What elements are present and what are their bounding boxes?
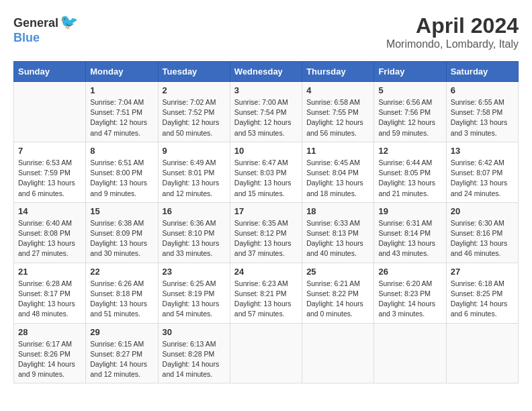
logo: General🐦 Blue [13, 13, 78, 45]
calendar-week-row: 14Sunrise: 6:40 AMSunset: 8:08 PMDayligh… [14, 202, 519, 263]
calendar-cell: 7Sunrise: 6:53 AMSunset: 7:59 PMDaylight… [14, 142, 86, 202]
day-info: Sunrise: 6:33 AMSunset: 8:13 PMDaylight:… [306, 218, 369, 259]
day-number: 29 [90, 327, 153, 337]
day-info: Sunrise: 6:28 AMSunset: 8:17 PMDaylight:… [18, 279, 81, 320]
day-number: 14 [18, 206, 81, 216]
day-info: Sunrise: 6:55 AMSunset: 7:58 PMDaylight:… [451, 97, 514, 138]
day-info: Sunrise: 6:13 AMSunset: 8:28 PMDaylight:… [163, 339, 226, 380]
day-info: Sunrise: 6:53 AMSunset: 7:59 PMDaylight:… [18, 158, 81, 199]
day-number: 13 [451, 146, 514, 156]
calendar-cell [14, 82, 86, 142]
calendar-cell: 24Sunrise: 6:23 AMSunset: 8:21 PMDayligh… [230, 263, 302, 323]
weekday-header-row: SundayMondayTuesdayWednesdayThursdayFrid… [14, 62, 519, 82]
calendar-cell [302, 323, 374, 383]
calendar-cell: 16Sunrise: 6:36 AMSunset: 8:10 PMDayligh… [158, 202, 230, 263]
day-number: 30 [163, 327, 226, 337]
calendar-cell: 21Sunrise: 6:28 AMSunset: 8:17 PMDayligh… [14, 263, 86, 323]
calendar-cell: 30Sunrise: 6:13 AMSunset: 8:28 PMDayligh… [158, 323, 230, 383]
day-info: Sunrise: 6:47 AMSunset: 8:03 PMDaylight:… [234, 158, 298, 199]
calendar-cell: 6Sunrise: 6:55 AMSunset: 7:58 PMDaylight… [446, 82, 518, 142]
day-number: 26 [378, 267, 441, 277]
calendar-cell: 1Sunrise: 7:04 AMSunset: 7:51 PMDaylight… [86, 82, 158, 142]
day-info: Sunrise: 6:17 AMSunset: 8:26 PMDaylight:… [18, 339, 81, 380]
title-area: April 2024 Morimondo, Lombardy, Italy [386, 13, 519, 50]
day-number: 22 [90, 267, 153, 277]
calendar-week-row: 21Sunrise: 6:28 AMSunset: 8:17 PMDayligh… [14, 263, 519, 323]
page-header: General🐦 Blue April 2024 Morimondo, Lomb… [13, 13, 519, 50]
day-info: Sunrise: 6:26 AMSunset: 8:18 PMDaylight:… [90, 279, 153, 320]
calendar-cell: 2Sunrise: 7:02 AMSunset: 7:52 PMDaylight… [158, 82, 230, 142]
day-info: Sunrise: 6:23 AMSunset: 8:21 PMDaylight:… [234, 279, 298, 320]
day-info: Sunrise: 6:25 AMSunset: 8:19 PMDaylight:… [163, 279, 226, 320]
calendar-cell: 29Sunrise: 6:15 AMSunset: 8:27 PMDayligh… [86, 323, 158, 383]
calendar-cell: 14Sunrise: 6:40 AMSunset: 8:08 PMDayligh… [14, 202, 86, 263]
day-info: Sunrise: 6:35 AMSunset: 8:12 PMDaylight:… [234, 218, 298, 259]
calendar-week-row: 28Sunrise: 6:17 AMSunset: 8:26 PMDayligh… [14, 323, 519, 383]
day-info: Sunrise: 6:42 AMSunset: 8:07 PMDaylight:… [451, 158, 514, 199]
day-info: Sunrise: 6:30 AMSunset: 8:16 PMDaylight:… [451, 218, 514, 259]
day-number: 1 [90, 85, 153, 95]
day-info: Sunrise: 6:20 AMSunset: 8:23 PMDaylight:… [378, 279, 441, 320]
day-info: Sunrise: 6:40 AMSunset: 8:08 PMDaylight:… [18, 218, 81, 259]
location-title: Morimondo, Lombardy, Italy [386, 38, 519, 50]
day-number: 10 [234, 146, 298, 156]
calendar-cell: 18Sunrise: 6:33 AMSunset: 8:13 PMDayligh… [302, 202, 374, 263]
calendar-cell: 22Sunrise: 6:26 AMSunset: 8:18 PMDayligh… [86, 263, 158, 323]
day-info: Sunrise: 6:15 AMSunset: 8:27 PMDaylight:… [90, 339, 153, 380]
day-number: 23 [163, 267, 226, 277]
day-info: Sunrise: 7:04 AMSunset: 7:51 PMDaylight:… [90, 97, 153, 138]
day-info: Sunrise: 6:38 AMSunset: 8:09 PMDaylight:… [90, 218, 153, 259]
calendar-cell: 28Sunrise: 6:17 AMSunset: 8:26 PMDayligh… [14, 323, 86, 383]
day-info: Sunrise: 7:00 AMSunset: 7:54 PMDaylight:… [234, 97, 298, 138]
calendar-cell: 23Sunrise: 6:25 AMSunset: 8:19 PMDayligh… [158, 263, 230, 323]
day-number: 3 [234, 85, 298, 95]
day-info: Sunrise: 6:44 AMSunset: 8:05 PMDaylight:… [378, 158, 441, 199]
day-number: 4 [306, 85, 369, 95]
month-title: April 2024 [386, 13, 519, 38]
weekday-header: Tuesday [158, 62, 230, 82]
day-number: 12 [378, 146, 441, 156]
weekday-header: Thursday [302, 62, 374, 82]
day-info: Sunrise: 6:49 AMSunset: 8:01 PMDaylight:… [163, 158, 226, 199]
day-info: Sunrise: 6:56 AMSunset: 7:56 PMDaylight:… [378, 97, 441, 138]
calendar-cell: 19Sunrise: 6:31 AMSunset: 8:14 PMDayligh… [374, 202, 446, 263]
calendar-cell: 15Sunrise: 6:38 AMSunset: 8:09 PMDayligh… [86, 202, 158, 263]
day-number: 2 [163, 85, 226, 95]
calendar-cell: 10Sunrise: 6:47 AMSunset: 8:03 PMDayligh… [230, 142, 302, 202]
calendar-cell: 4Sunrise: 6:58 AMSunset: 7:55 PMDaylight… [302, 82, 374, 142]
weekday-header: Sunday [14, 62, 86, 82]
day-info: Sunrise: 6:31 AMSunset: 8:14 PMDaylight:… [378, 218, 441, 259]
day-number: 15 [90, 206, 153, 216]
weekday-header: Friday [374, 62, 446, 82]
day-number: 27 [451, 267, 514, 277]
weekday-header: Saturday [446, 62, 518, 82]
day-number: 16 [163, 206, 226, 216]
day-number: 24 [234, 267, 298, 277]
calendar-week-row: 1Sunrise: 7:04 AMSunset: 7:51 PMDaylight… [14, 82, 519, 142]
day-number: 5 [378, 85, 441, 95]
day-number: 20 [451, 206, 514, 216]
day-number: 25 [306, 267, 369, 277]
day-number: 18 [306, 206, 369, 216]
calendar-cell: 9Sunrise: 6:49 AMSunset: 8:01 PMDaylight… [158, 142, 230, 202]
calendar-table: SundayMondayTuesdayWednesdayThursdayFrid… [13, 61, 519, 383]
day-info: Sunrise: 6:21 AMSunset: 8:22 PMDaylight:… [306, 279, 369, 320]
calendar-cell: 27Sunrise: 6:18 AMSunset: 8:25 PMDayligh… [446, 263, 518, 323]
day-number: 17 [234, 206, 298, 216]
calendar-cell: 13Sunrise: 6:42 AMSunset: 8:07 PMDayligh… [446, 142, 518, 202]
logo-bird-icon: 🐦 [60, 13, 78, 30]
day-number: 21 [18, 267, 81, 277]
day-info: Sunrise: 6:18 AMSunset: 8:25 PMDaylight:… [451, 279, 514, 320]
day-info: Sunrise: 6:58 AMSunset: 7:55 PMDaylight:… [306, 97, 369, 138]
calendar-cell: 8Sunrise: 6:51 AMSunset: 8:00 PMDaylight… [86, 142, 158, 202]
weekday-header: Wednesday [230, 62, 302, 82]
day-info: Sunrise: 6:45 AMSunset: 8:04 PMDaylight:… [306, 158, 369, 199]
calendar-cell [374, 323, 446, 383]
day-number: 6 [451, 85, 514, 95]
calendar-cell: 17Sunrise: 6:35 AMSunset: 8:12 PMDayligh… [230, 202, 302, 263]
calendar-cell [446, 323, 518, 383]
day-number: 11 [306, 146, 369, 156]
logo-blue: Blue [13, 31, 40, 44]
calendar-week-row: 7Sunrise: 6:53 AMSunset: 7:59 PMDaylight… [14, 142, 519, 202]
calendar-cell: 11Sunrise: 6:45 AMSunset: 8:04 PMDayligh… [302, 142, 374, 202]
